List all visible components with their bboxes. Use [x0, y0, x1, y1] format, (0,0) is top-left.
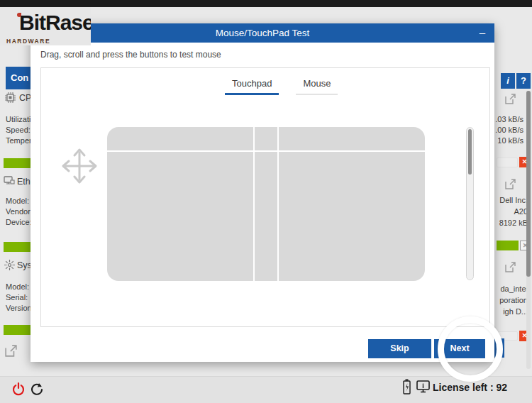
app-scrollbar-thumb[interactable]: [526, 91, 531, 277]
system-progress-bar: [4, 325, 32, 335]
power-icon[interactable]: [11, 382, 26, 396]
dev-value-2: poration: [499, 296, 528, 304]
sys-value-1: Dell Inc.: [499, 196, 528, 204]
touchpad-scroll-thumb[interactable]: [468, 129, 472, 175]
net-value-3: 10 kB/s: [497, 136, 523, 145]
tab-touchpad[interactable]: Touchpad: [225, 75, 279, 95]
external-link-icon[interactable]: [505, 94, 516, 104]
dev-value-1: da_intel: [500, 285, 528, 293]
sidebar-tab-label: Con: [11, 72, 28, 83]
ethernet-icon: [4, 176, 15, 186]
touchpad-divider-vertical-1: [253, 127, 255, 281]
brand-name: BitRaser: [19, 11, 91, 35]
window-top-bar: [0, 0, 532, 7]
dialog-title: Mouse/TouchPad Test: [31, 23, 494, 43]
status-bar: License left : 92: [0, 376, 532, 403]
label-eth-model: Model:: [6, 197, 29, 205]
info-icon: i: [506, 75, 509, 86]
touchpad-divider-vertical-2: [277, 127, 279, 281]
right-progress-bar: [497, 241, 519, 250]
restart-icon[interactable]: [30, 382, 44, 396]
label-eth-device: Device:: [6, 218, 32, 226]
dev-value-3: igh D...: [503, 307, 528, 316]
label-sys-model: Model:: [6, 282, 29, 291]
display-icon: [416, 380, 430, 393]
question-icon: ?: [521, 75, 526, 86]
sys-value-3: 8192 kB: [499, 219, 528, 227]
app-scrollbar[interactable]: [526, 91, 531, 369]
license-left-text: License left : 92: [433, 382, 507, 393]
label-sys-serial: Serial:: [6, 293, 28, 302]
skip-button[interactable]: Skip: [368, 339, 431, 358]
tab-bar: Touchpad Mouse: [225, 75, 338, 95]
label-sys-version: Version:: [6, 304, 34, 312]
external-link-icon[interactable]: [505, 179, 516, 189]
info-button[interactable]: i: [501, 73, 515, 89]
net-value-1: .03 kB/s: [495, 115, 523, 123]
minimize-button[interactable]: –: [476, 23, 489, 43]
external-link-icon[interactable]: [505, 262, 516, 272]
external-link-icon[interactable]: [5, 345, 17, 357]
mouse-touchpad-test-dialog: Mouse/TouchPad Test – Drag, scroll and p…: [31, 23, 494, 362]
label-speed: Speed:: [6, 126, 31, 134]
system-icon: [4, 260, 15, 270]
screen: Con CPU Utilization: Speed: Temperat Eth…: [0, 0, 532, 403]
click-highlight-ring: [438, 316, 503, 382]
touchpad-scroll-indicator[interactable]: [466, 127, 474, 280]
touchpad-divider-horizontal: [107, 150, 425, 152]
cpu-icon: [5, 92, 16, 103]
label-eth-vendor: Vendor:: [6, 207, 33, 216]
touchpad-test-area[interactable]: [107, 127, 425, 281]
cpu-progress-bar: [4, 158, 32, 168]
tab-mouse[interactable]: Mouse: [296, 75, 338, 95]
test-panel: Touchpad Mouse: [40, 67, 490, 327]
ethernet-progress-bar: [4, 242, 32, 252]
dialog-instruction: Drag, scroll and press the buttons to te…: [40, 50, 221, 60]
battery-charging-icon: [403, 379, 411, 394]
help-button[interactable]: ?: [516, 73, 531, 89]
brand-logo: BitRaser HARDWARE: [0, 7, 91, 45]
dialog-title-bar: Mouse/TouchPad Test –: [31, 23, 494, 43]
status-pill: [497, 158, 518, 167]
net-value-2: .00 kB/s: [495, 126, 523, 134]
brand-tagline: HARDWARE: [6, 38, 50, 45]
move-arrows-icon: [60, 147, 99, 185]
